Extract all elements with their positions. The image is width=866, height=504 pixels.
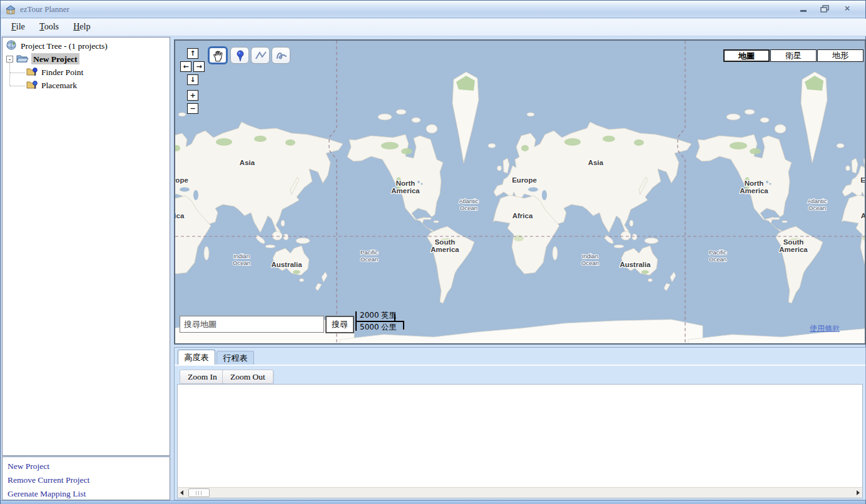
open-folder-icon	[16, 53, 29, 63]
globe-icon	[6, 40, 18, 50]
project-actions-panel: New Project Remove Current Project Geren…	[2, 456, 170, 500]
remove-current-project-link[interactable]: Remove Current Project	[8, 475, 89, 485]
map-canvas[interactable]: Asia Europe Africa North America South A…	[175, 41, 865, 343]
minimize-icon[interactable]	[795, 3, 812, 14]
tree-connector	[9, 63, 10, 86]
generate-mapping-list-link[interactable]: Gerenate Mapping List	[8, 489, 86, 499]
pan-left-button[interactable]: ←	[180, 61, 191, 72]
search-input[interactable]	[180, 316, 324, 333]
hand-tool-button[interactable]	[208, 46, 228, 64]
bottom-panel: 高度表 行程表 Zoom In Zoom Out	[174, 347, 866, 500]
pan-up-button[interactable]: ↑	[187, 48, 198, 59]
polyline-icon	[254, 49, 268, 62]
placemark-folder-icon	[26, 79, 39, 89]
tab-separator	[175, 365, 865, 366]
pan-down-button[interactable]: ↓	[187, 74, 198, 85]
project-tree-panel: Project Tree - (1 projects) - New Projec…	[2, 37, 170, 456]
tree-project-label: New Project	[31, 53, 79, 64]
placemark-tool-button[interactable]	[230, 47, 249, 64]
curve-tool-button[interactable]	[272, 47, 290, 64]
scroll-right-icon[interactable]	[852, 488, 862, 498]
tree-connector	[10, 73, 25, 73]
tree-connector	[10, 86, 25, 86]
map-scale: 2000 英里 5000 公里	[355, 310, 430, 333]
app-icon	[5, 4, 16, 15]
menu-bar: File Tools Help	[1, 19, 866, 36]
tab-altitude-chart[interactable]: 高度表	[178, 350, 215, 365]
scale-kilometers: 5000 公里	[360, 322, 396, 333]
tree-root-label: Project Tree - (1 projects)	[21, 40, 108, 51]
tree-item-label: Placemark	[41, 79, 77, 91]
tree-item-finder-point[interactable]: Finder Point	[26, 66, 83, 79]
layer-map-button[interactable]: 地圖	[723, 49, 770, 62]
search-button[interactable]: 搜尋	[325, 316, 354, 333]
scale-miles: 2000 英里	[360, 310, 396, 321]
zoom-in-button[interactable]: +	[187, 90, 198, 101]
app-window: ezTour Planner × File Tools Help Project…	[0, 0, 866, 504]
menu-file[interactable]: File	[5, 19, 31, 34]
tree-project-row[interactable]: New Project	[16, 53, 79, 66]
tab-itinerary[interactable]: 行程表	[216, 351, 254, 365]
world-map: Asia Europe Africa North America South A…	[175, 41, 865, 343]
title-bar: ezTour Planner ×	[1, 1, 865, 18]
close-icon[interactable]: ×	[839, 3, 855, 14]
horizontal-scrollbar[interactable]	[178, 487, 862, 498]
zoom-out-button[interactable]: −	[187, 103, 198, 114]
tree-root-row[interactable]: Project Tree - (1 projects)	[6, 40, 108, 53]
tree-item-placemark[interactable]: Placemark	[26, 79, 77, 92]
window-bottom-edge	[1, 500, 865, 504]
altitude-chart-area	[177, 384, 863, 498]
chart-zoom-out-button[interactable]: Zoom Out	[222, 370, 273, 384]
polyline-tool-button[interactable]	[251, 47, 270, 64]
maximize-icon[interactable]	[817, 3, 833, 14]
layer-terrain-button[interactable]: 地形	[817, 49, 863, 62]
chart-zoom-in-button[interactable]: Zoom In	[180, 370, 225, 384]
window-title: ezTour Planner	[20, 4, 69, 14]
scroll-left-icon[interactable]	[178, 488, 188, 498]
terms-of-use-link[interactable]: 使用條款	[810, 323, 840, 334]
layer-satellite-button[interactable]: 衛星	[770, 49, 817, 62]
placemark-folder-icon	[26, 66, 39, 76]
placemark-pin-icon	[233, 49, 247, 62]
pan-right-button[interactable]: →	[193, 61, 205, 72]
hand-icon	[212, 50, 226, 63]
menu-tools[interactable]: Tools	[33, 19, 65, 34]
scrollbar-thumb[interactable]	[188, 488, 210, 497]
tree-item-label: Finder Point	[41, 66, 83, 78]
map-panel: Asia Europe Africa North America South A…	[174, 39, 866, 345]
collapse-toggle-icon[interactable]: -	[6, 56, 13, 63]
menu-help[interactable]: Help	[67, 19, 96, 34]
new-project-link[interactable]: New Project	[8, 461, 49, 471]
curve-icon	[275, 49, 288, 62]
